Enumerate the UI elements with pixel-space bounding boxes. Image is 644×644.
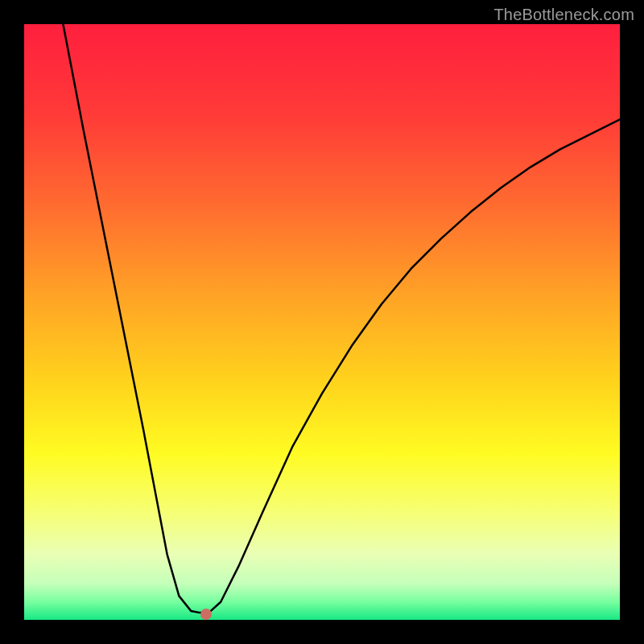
bottleneck-curve	[24, 24, 620, 620]
chart-container: TheBottleneck.com	[0, 0, 644, 644]
plot-area	[24, 24, 620, 620]
watermark-text: TheBottleneck.com	[493, 6, 634, 24]
optimal-point-marker	[200, 609, 212, 620]
